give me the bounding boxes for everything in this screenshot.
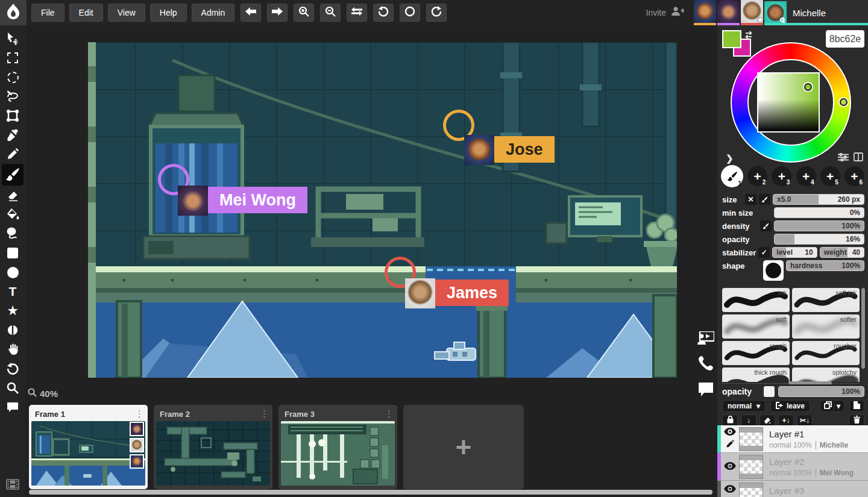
layer-visibility-toggle[interactable] [724, 427, 736, 438]
fill-bucket-tool[interactable] [2, 205, 24, 224]
stabilizer-checkbox[interactable]: ✓ [758, 247, 770, 258]
preset-softer[interactable]: softer [792, 314, 860, 339]
layer-thumbnail[interactable] [739, 455, 763, 479]
layer-thumbnail[interactable] [739, 427, 763, 451]
split-view-icon[interactable] [854, 152, 863, 164]
sv-selector-dot[interactable] [804, 83, 812, 91]
frame-card-3[interactable]: Frame 3 ⋮ [278, 405, 397, 489]
preset-soft[interactable]: soft [722, 314, 790, 339]
size-slider[interactable]: x5.0 260 px [773, 194, 864, 205]
layer-row-1[interactable]: Layer #1 normal 100% Michelle [717, 425, 868, 452]
eyedropper-tool[interactable] [2, 125, 24, 145]
stabilizer-weight-slider[interactable]: weight 40 [820, 247, 864, 258]
lock-layer-button[interactable] [722, 414, 738, 427]
star-shape-tool[interactable]: ★ [2, 301, 24, 320]
hue-selector-dot[interactable] [840, 98, 848, 106]
cut-merge-button[interactable]: ✂↓ [797, 414, 813, 427]
preset-splotchy[interactable]: splotchy [792, 367, 860, 382]
layer-visibility-toggle[interactable] [724, 484, 736, 495]
layer-row-2[interactable]: Layer #2 normal 100% Mei Wong [717, 453, 868, 480]
duplicate-layer-button[interactable]: ▾ [820, 400, 844, 412]
zoom-tool[interactable] [2, 378, 24, 398]
brush-tool[interactable] [2, 164, 24, 186]
screen-share-button[interactable] [697, 331, 714, 347]
delete-layer-button[interactable] [849, 414, 864, 427]
redo-button[interactable] [426, 4, 447, 22]
collapse-panel-chevron[interactable]: ❯ [726, 153, 734, 164]
layer-opacity-slider[interactable]: 100% [778, 386, 864, 397]
lasso-fill-tool[interactable] [2, 224, 24, 243]
rectangle-shape-tool[interactable] [2, 243, 24, 263]
layer-row-3[interactable]: Layer #3 [717, 481, 868, 497]
size-reset-button[interactable]: ✕ [745, 194, 756, 205]
lasso-tool[interactable] [2, 87, 24, 106]
frame-menu-button[interactable]: ⋮ [260, 411, 269, 417]
layer-color-swatch[interactable] [764, 386, 775, 397]
brush-slot-2[interactable]: +2 [747, 166, 767, 186]
size-pressure-toggle[interactable] [759, 194, 770, 205]
hardness-slider[interactable]: hardness 100% [786, 260, 864, 271]
presence-user-jose[interactable] [694, 0, 716, 25]
merge-down-button[interactable]: ↓ [741, 414, 756, 427]
chat-button[interactable] [698, 382, 714, 399]
add-layer-below-button[interactable]: +↓ [778, 414, 794, 427]
ellipse-shape-tool[interactable] [2, 263, 24, 282]
chat-tool[interactable] [2, 398, 24, 417]
density-slider[interactable]: 100% [774, 220, 864, 231]
pencil-tool[interactable] [2, 145, 24, 164]
brush-slot-3[interactable]: +3 [772, 166, 791, 186]
preset-rough[interactable]: rough [722, 341, 790, 365]
rotate-reset-button[interactable] [400, 4, 420, 22]
presence-user-james[interactable]: ★ [741, 0, 763, 25]
brush-slot-6[interactable]: +6 [844, 166, 864, 186]
frame-card-2[interactable]: Frame 2 ⋮ [154, 405, 272, 489]
brush-slot-4[interactable]: +4 [796, 166, 816, 186]
app-logo[interactable] [0, 0, 27, 25]
move-tool[interactable] [2, 29, 24, 48]
layer-visibility-toggle[interactable] [724, 461, 736, 472]
voice-call-button[interactable] [698, 355, 714, 374]
timeline-toggle[interactable] [6, 479, 19, 492]
frame-thumbnail[interactable] [281, 421, 395, 486]
brush-slot-5[interactable]: +5 [820, 166, 840, 186]
preset-thick-rough[interactable]: thick rough [722, 367, 790, 382]
transform-tool[interactable] [2, 106, 24, 125]
drawing-canvas[interactable]: Jose Mei Wong James [88, 42, 677, 378]
preset-ink[interactable]: ink [722, 288, 790, 312]
history-forward-button[interactable] [267, 4, 288, 22]
color-hex-field[interactable]: 8bc62e [826, 30, 864, 48]
layer-thumbnail[interactable] [739, 483, 763, 497]
menu-view[interactable]: View [108, 4, 145, 22]
history-back-button[interactable] [241, 4, 261, 22]
frame-menu-button[interactable]: ⋮ [135, 411, 144, 417]
blend-mode-dropdown[interactable]: normal ▾ [722, 400, 766, 412]
rect-select-tool[interactable] [2, 48, 24, 67]
text-tool[interactable]: T [2, 282, 24, 301]
presence-user-mei-wong[interactable] [717, 0, 740, 25]
sliders-view-icon[interactable] [838, 153, 849, 164]
menu-file[interactable]: File [31, 4, 64, 22]
eraser-tool[interactable] [2, 186, 24, 205]
frame-thumbnail[interactable] [156, 421, 270, 486]
invite-user-icon[interactable] [671, 7, 684, 19]
clear-layer-button[interactable] [760, 414, 775, 427]
primary-color-swatch[interactable] [722, 30, 741, 48]
zoom-in-button[interactable] [294, 4, 314, 22]
brush-shape-preview[interactable] [763, 260, 784, 281]
zoom-out-button[interactable] [320, 4, 341, 22]
menu-admin[interactable]: Admin [192, 4, 235, 22]
invite-label[interactable]: Invite [646, 8, 666, 17]
frame-card-1[interactable]: Frame 1 ⋮ [29, 405, 148, 489]
symmetry-tool[interactable] [2, 320, 24, 340]
ellipse-select-tool[interactable] [2, 67, 24, 87]
stabilizer-level-slider[interactable]: level 10 [772, 247, 817, 258]
frame-thumbnail[interactable] [31, 421, 145, 486]
swap-colors-icon[interactable] [744, 30, 753, 42]
density-pressure-toggle[interactable] [760, 220, 772, 231]
preset-soft-ink[interactable]: soft ink [792, 288, 860, 312]
leave-layer-button[interactable]: leave [770, 400, 810, 412]
opacity-slider[interactable]: 16% [774, 234, 864, 245]
frames-scrollbar[interactable] [29, 490, 712, 495]
presets-scroll-handle[interactable] [788, 381, 832, 384]
frame-menu-button[interactable]: ⋮ [385, 411, 394, 417]
